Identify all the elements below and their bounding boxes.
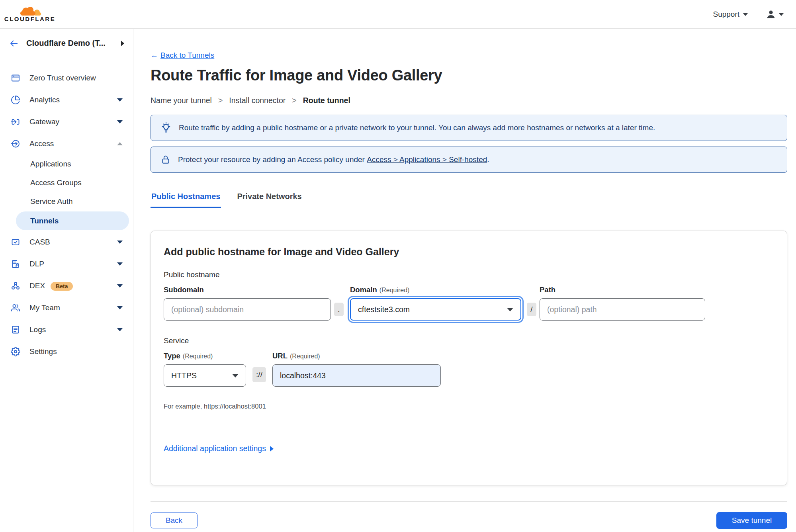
account-name: Cloudflare Demo (T... <box>26 39 121 48</box>
sidebar-item-access-groups[interactable]: Access Groups <box>0 173 133 192</box>
sidebar-item-label: Zero Trust overview <box>29 74 123 82</box>
tab-bar: Public Hostnames Private Networks <box>151 192 787 208</box>
chevron-down-icon <box>117 241 123 244</box>
gear-icon <box>10 346 21 357</box>
path-label: Path <box>540 286 705 294</box>
service-field-row: Type(Required) HTTPS :// URL(Required) <box>164 352 774 387</box>
footer-actions: Back Save tunnel <box>151 512 787 529</box>
chevron-right-icon <box>270 446 274 452</box>
step-name-your-tunnel[interactable]: Name your tunnel <box>151 96 212 105</box>
lock-icon <box>160 155 171 165</box>
sidebar-item-access[interactable]: Access <box>0 133 133 155</box>
document-lock-icon <box>10 259 21 269</box>
sidebar-item-label: DEXBeta <box>29 282 108 290</box>
list-document-icon <box>10 325 21 335</box>
sidebar-item-label: Analytics <box>29 96 108 104</box>
sidebar-account-header[interactable]: Cloudflare Demo (T... <box>0 29 133 58</box>
topbar: CLOUDFLARE Support <box>0 0 796 29</box>
sidebar-item-settings[interactable]: Settings <box>0 340 133 362</box>
back-to-tunnels-link[interactable]: ← Back to Tunnels <box>151 51 214 60</box>
support-menu[interactable]: Support <box>713 10 748 19</box>
lightbulb-icon <box>160 122 172 133</box>
step-separator: > <box>218 96 223 105</box>
sidebar-item-label: CASB <box>29 238 108 246</box>
pie-chart-icon <box>10 95 21 105</box>
back-arrow-icon: ← <box>151 51 158 60</box>
step-install-connector[interactable]: Install connector <box>229 96 286 105</box>
back-arrow-icon[interactable] <box>9 39 19 48</box>
sidebar-item-service-auth[interactable]: Service Auth <box>0 192 133 211</box>
hostname-field-row: Subdomain . Domain(Required) cftestsite3… <box>164 286 774 321</box>
sidebar-item-casb[interactable]: CASB <box>0 231 133 253</box>
people-icon <box>10 303 21 313</box>
access-icon <box>10 139 21 149</box>
chevron-down-icon <box>117 328 123 331</box>
service-section-label: Service <box>164 336 774 345</box>
sidebar-nav: Zero Trust overview Analytics Gateway Ac… <box>0 58 133 369</box>
chevron-down-icon <box>507 308 513 311</box>
slash-separator: / <box>527 303 536 316</box>
account-menu[interactable] <box>766 9 784 20</box>
save-tunnel-button[interactable]: Save tunnel <box>716 512 787 529</box>
cloudflare-wordmark: CLOUDFLARE <box>4 16 55 22</box>
sidebar-item-dlp[interactable]: DLP <box>0 253 133 275</box>
url-example-hint: For example, https://localhost:8001 <box>164 403 774 410</box>
route-traffic-info-banner: Route traffic by adding a public hostnam… <box>151 115 787 141</box>
step-route-tunnel: Route tunnel <box>303 96 350 105</box>
tab-public-hostnames[interactable]: Public Hostnames <box>151 192 221 208</box>
sidebar-item-applications[interactable]: Applications <box>0 155 133 173</box>
sidebar-item-tunnels[interactable]: Tunnels <box>16 211 129 230</box>
subdomain-field-group: Subdomain <box>164 286 331 321</box>
back-link-label: Back to Tunnels <box>160 51 214 60</box>
sidebar-item-my-team[interactable]: My Team <box>0 297 133 319</box>
network-nodes-icon <box>10 281 21 291</box>
sidebar-item-gateway[interactable]: Gateway <box>0 111 133 133</box>
sidebar-item-label: My Team <box>29 303 108 312</box>
back-button[interactable]: Back <box>151 512 198 528</box>
card-divider <box>164 416 774 416</box>
access-applications-self-hosted-link[interactable]: Access > Applications > Self-hosted <box>367 155 487 164</box>
support-label: Support <box>713 10 739 19</box>
service-type-label: Type(Required) <box>164 352 246 360</box>
sidebar-item-label: Gateway <box>29 117 108 126</box>
page-title: Route Traffic for Image and Video Galler… <box>151 67 787 84</box>
domain-select[interactable]: cftestsite3.com <box>350 298 521 321</box>
sidebar-item-dex[interactable]: DEXBeta <box>0 275 133 297</box>
dot-separator: . <box>334 303 344 316</box>
required-hint: (Required) <box>290 353 320 360</box>
subdomain-label: Subdomain <box>164 286 331 294</box>
path-input[interactable] <box>540 298 705 321</box>
sidebar-item-analytics[interactable]: Analytics <box>0 89 133 111</box>
sidebar-item-label: DLP <box>29 260 108 268</box>
service-url-label: URL(Required) <box>272 352 441 360</box>
sidebar: Cloudflare Demo (T... Zero Trust overvie… <box>0 29 133 532</box>
chevron-right-icon <box>121 41 124 46</box>
required-hint: (Required) <box>183 353 213 360</box>
step-separator: > <box>292 96 296 105</box>
sidebar-item-zero-trust-overview[interactable]: Zero Trust overview <box>0 67 133 89</box>
service-url-input[interactable] <box>272 364 441 387</box>
domain-field-group: Domain(Required) cftestsite3.com <box>350 286 521 321</box>
chevron-down-icon <box>117 98 123 102</box>
additional-application-settings-toggle[interactable]: Additional application settings <box>164 444 274 453</box>
gateway-icon <box>10 117 21 127</box>
sidebar-item-label: Logs <box>29 325 108 334</box>
service-type-value: HTTPS <box>171 371 197 380</box>
sidebar-subitem-label: Service Auth <box>30 197 73 206</box>
domain-select-value: cftestsite3.com <box>358 305 410 314</box>
sidebar-item-label: Access <box>29 139 108 148</box>
footer-divider <box>151 501 787 502</box>
chevron-up-icon <box>117 142 123 145</box>
window-icon <box>10 73 21 83</box>
domain-label: Domain(Required) <box>350 286 521 294</box>
chevron-down-icon <box>117 120 123 123</box>
sidebar-subitem-label: Applications <box>30 160 71 168</box>
chevron-down-icon <box>743 13 748 16</box>
topbar-right: Support <box>713 9 784 20</box>
tab-private-networks[interactable]: Private Networks <box>236 192 302 208</box>
sidebar-item-logs[interactable]: Logs <box>0 319 133 340</box>
subdomain-input[interactable] <box>164 298 331 321</box>
chevron-down-icon <box>117 306 123 309</box>
banner-text: Route traffic by adding a public hostnam… <box>179 123 655 132</box>
service-type-select[interactable]: HTTPS <box>164 364 246 387</box>
